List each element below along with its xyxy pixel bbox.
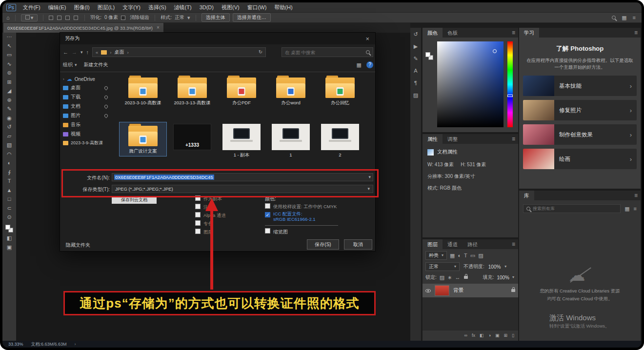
- menu-layer[interactable]: 图层(L): [94, 2, 119, 12]
- select-subject-button[interactable]: 选择主体: [201, 13, 230, 22]
- search-input[interactable]: [285, 50, 366, 55]
- quick-mask-icon[interactable]: ◧: [7, 235, 12, 241]
- crop-tool-icon[interactable]: ⊞: [7, 79, 11, 85]
- shape-tool-icon[interactable]: □: [8, 196, 11, 202]
- menu-window[interactable]: 窗口(W): [243, 2, 271, 12]
- menu-file[interactable]: 文件(F): [19, 2, 44, 12]
- move-tool-icon[interactable]: ↖: [7, 43, 11, 49]
- tool-preset-button[interactable]: ▾: [21, 14, 38, 21]
- menu-type[interactable]: 文字(Y): [119, 2, 144, 12]
- save-button[interactable]: 保存(S): [307, 239, 339, 250]
- dialog-close-icon[interactable]: ×: [365, 36, 369, 42]
- menu-view[interactable]: 视图(V): [218, 2, 243, 12]
- tab-color[interactable]: 颜色: [423, 28, 443, 38]
- quick-selection-tool-icon[interactable]: ⊚: [7, 70, 11, 76]
- tab-close-icon[interactable]: ×: [157, 25, 160, 30]
- style-value[interactable]: 正常: [175, 14, 184, 21]
- panel-menu-icon[interactable]: ≡: [512, 136, 518, 142]
- lock-transparency-icon[interactable]: ▨: [440, 275, 444, 280]
- layer-effects-icon[interactable]: fx: [472, 333, 475, 338]
- learn-card-basics[interactable]: 基本技能 ›: [523, 76, 637, 96]
- thumbnail-checkbox[interactable]: [265, 228, 270, 233]
- libraries-grid-view-icon[interactable]: ▦: [624, 206, 629, 212]
- menu-filter[interactable]: 滤镜(T): [170, 2, 196, 12]
- refresh-icon[interactable]: ↻: [259, 50, 262, 55]
- glyphs-panel-icon[interactable]: ▨: [413, 93, 418, 98]
- foreground-color-swatch[interactable]: [5, 225, 10, 230]
- character-panel-icon[interactable]: A: [414, 68, 417, 74]
- color-saturation-square[interactable]: [437, 41, 503, 127]
- hue-slider[interactable]: [507, 41, 513, 127]
- opacity-value[interactable]: 100%: [488, 264, 501, 270]
- panel-menu-icon[interactable]: ≡: [633, 15, 636, 20]
- add-mask-icon[interactable]: ◧: [480, 333, 484, 338]
- tab-learn[interactable]: 学习: [519, 28, 539, 38]
- sidebar-item-music[interactable]: 音乐: [60, 120, 111, 129]
- clone-stamp-tool-icon[interactable]: ◉: [7, 116, 12, 121]
- select-and-mask-button[interactable]: 选择并遮住…: [233, 13, 271, 22]
- hue-slider-marker[interactable]: [507, 95, 513, 97]
- type-tool-icon[interactable]: T: [8, 178, 11, 184]
- history-panel-icon[interactable]: ↺: [413, 32, 418, 37]
- folder-tile[interactable]: 办公word: [267, 76, 314, 106]
- notes-checkbox[interactable]: [195, 204, 201, 209]
- new-folder-button[interactable]: 新建文件夹: [84, 61, 108, 68]
- zoom-level[interactable]: 33.33%: [8, 342, 23, 347]
- color-panel-fg-bg-swatches[interactable]: [425, 52, 433, 60]
- lasso-tool-icon[interactable]: ∿: [7, 61, 11, 67]
- layer-visibility-eye-icon[interactable]: [425, 289, 431, 292]
- actions-panel-icon[interactable]: ▶: [414, 44, 418, 49]
- folder-tile[interactable]: 办公回忆: [317, 76, 363, 106]
- tab-libraries[interactable]: 库: [519, 191, 534, 200]
- zoom-tool-icon[interactable]: ⊙: [7, 214, 11, 220]
- spot-colors-checkbox[interactable]: [195, 220, 201, 226]
- add-selection-icon[interactable]: [57, 16, 61, 20]
- folder-tile[interactable]: 办公PDF: [218, 76, 265, 106]
- history-brush-tool-icon[interactable]: ↺: [7, 124, 11, 130]
- search-icon[interactable]: [366, 50, 370, 54]
- blend-mode-select[interactable]: 正常▾: [425, 262, 460, 271]
- tab-adjustments[interactable]: 调整: [443, 134, 463, 144]
- menu-edit[interactable]: 编辑(E): [44, 2, 70, 12]
- menu-3d[interactable]: 3D(D): [196, 2, 218, 12]
- path-selection-tool-icon[interactable]: ▲: [7, 188, 12, 194]
- lock-position-icon[interactable]: ↔: [455, 275, 460, 280]
- dropdown-icon[interactable]: ▾: [504, 265, 506, 269]
- sidebar-item-desktop[interactable]: 桌面: [60, 83, 111, 92]
- layers-checkbox[interactable]: [195, 229, 201, 234]
- dodge-tool-icon[interactable]: ◐: [8, 160, 11, 166]
- help-icon[interactable]: ?: [366, 61, 373, 68]
- foreground-background-swatches[interactable]: [5, 225, 13, 233]
- breadcrumb-location[interactable]: 桌面: [115, 49, 124, 56]
- layer-row-background[interactable]: 背景: [423, 284, 518, 297]
- filter-kind-select[interactable]: 种类▾: [425, 251, 447, 260]
- tab-properties[interactable]: 属性: [423, 134, 443, 144]
- sidebar-item-onedrive[interactable]: › ☁ OneDrive: [60, 76, 111, 83]
- libraries-search-input[interactable]: [533, 206, 617, 211]
- folder-tile[interactable]: 2023-3-10-高数课: [120, 76, 166, 106]
- filter-type-icon[interactable]: T: [464, 253, 467, 258]
- marquee-tool-icon[interactable]: ▭: [7, 52, 12, 58]
- new-layer-icon[interactable]: ⊞: [504, 333, 508, 338]
- panel-menu-icon[interactable]: ≡: [512, 29, 518, 36]
- menu-help[interactable]: 帮助(H): [270, 2, 296, 12]
- panel-menu-icon[interactable]: ≡: [512, 241, 518, 248]
- folder-tile[interactable]: 2023-3-13-高数课: [169, 76, 216, 106]
- back-icon[interactable]: ←: [63, 50, 68, 55]
- panel-menu-icon[interactable]: ≡: [634, 192, 641, 199]
- image-tile[interactable]: 2: [317, 124, 363, 157]
- brush-tool-icon[interactable]: ✎: [7, 106, 11, 112]
- view-mode-icon[interactable]: ▦: [357, 62, 362, 68]
- status-chevron-icon[interactable]: ›: [75, 342, 76, 347]
- new-adjustment-layer-icon[interactable]: ◑: [488, 333, 491, 338]
- document-tab[interactable]: 0X6E6E0EE8F1F1A2A0AA0DDD0E5D34DC45.jpg @…: [3, 23, 163, 33]
- color-picker-marker[interactable]: [493, 49, 497, 53]
- cancel-button[interactable]: 取消: [344, 239, 372, 250]
- libraries-search-box[interactable]: [523, 204, 621, 213]
- tab-layers[interactable]: 图层: [423, 239, 443, 249]
- tab-channels[interactable]: 通道: [443, 239, 463, 249]
- filter-shape-icon[interactable]: ▭: [470, 253, 475, 258]
- eyedropper-tool-icon[interactable]: ◢: [7, 88, 11, 94]
- filter-smart-object-icon[interactable]: ▨: [478, 253, 483, 258]
- layer-name[interactable]: 背景: [453, 287, 463, 294]
